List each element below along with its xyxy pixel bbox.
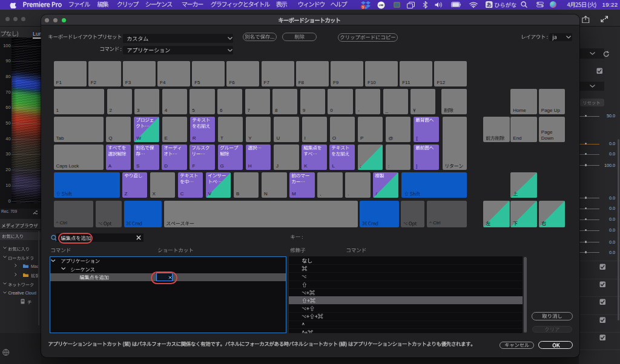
svg-text:LINE: LINE xyxy=(379,4,384,7)
